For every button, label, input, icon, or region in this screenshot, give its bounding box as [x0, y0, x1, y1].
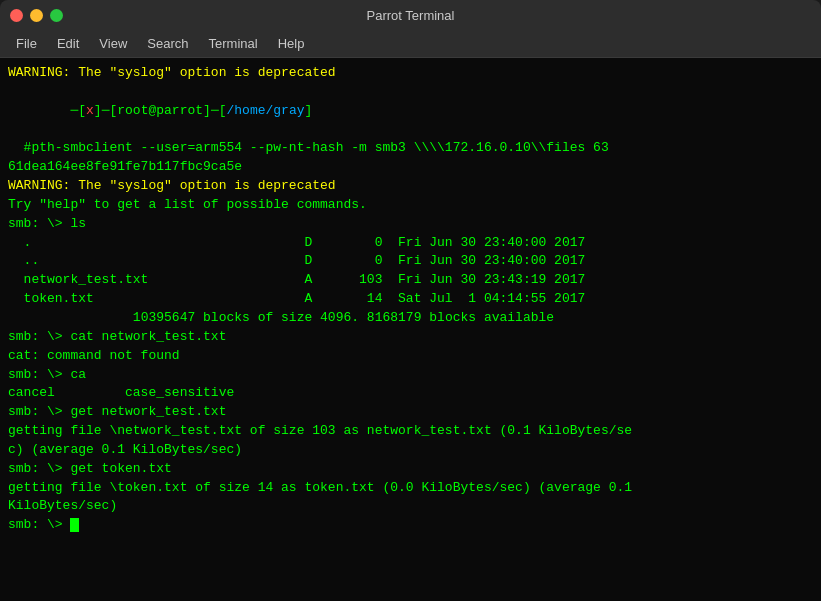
line-get-network-2: c) (average 0.1 KiloBytes/sec) — [8, 441, 813, 460]
line-get-token-cmd: smb: \> get token.txt — [8, 460, 813, 479]
line-help: Try "help" to get a list of possible com… — [8, 196, 813, 215]
menu-terminal[interactable]: Terminal — [201, 34, 266, 53]
terminal-body[interactable]: WARNING: The "syslog" option is deprecat… — [0, 58, 821, 601]
line-blocks: 10395647 blocks of size 4096. 8168179 bl… — [8, 309, 813, 328]
close-button[interactable] — [10, 9, 23, 22]
line-get-token-2: KiloBytes/sec) — [8, 497, 813, 516]
terminal-content: WARNING: The "syslog" option is deprecat… — [8, 64, 813, 535]
menu-bar: File Edit View Search Terminal Help — [0, 30, 821, 58]
menu-view[interactable]: View — [91, 34, 135, 53]
minimize-button[interactable] — [30, 9, 43, 22]
line-warning-1: WARNING: The "syslog" option is deprecat… — [8, 64, 813, 83]
window-title: Parrot Terminal — [367, 8, 455, 23]
line-prompt: ─[x]─[root@parrot]─[/home/gray] — [8, 83, 813, 140]
window-controls — [10, 9, 63, 22]
line-warning-2: WARNING: The "syslog" option is deprecat… — [8, 177, 813, 196]
line-get-network-1: getting file \network_test.txt of size 1… — [8, 422, 813, 441]
line-cmd-2: 61dea164ee8fe91fe7b117fbc9ca5e — [8, 158, 813, 177]
line-get-token-1: getting file \token.txt of size 14 as to… — [8, 479, 813, 498]
line-cat-cmd: smb: \> cat network_test.txt — [8, 328, 813, 347]
menu-search[interactable]: Search — [139, 34, 196, 53]
line-cmd-1: #pth-smbclient --user=arm554 --pw-nt-has… — [8, 139, 813, 158]
line-get-network-cmd: smb: \> get network_test.txt — [8, 403, 813, 422]
cursor — [70, 518, 79, 532]
menu-file[interactable]: File — [8, 34, 45, 53]
line-ls-cmd: smb: \> ls — [8, 215, 813, 234]
ls-entry-dot: . D 0 Fri Jun 30 23:40:00 2017 — [8, 234, 813, 253]
line-cat-error: cat: command not found — [8, 347, 813, 366]
menu-edit[interactable]: Edit — [49, 34, 87, 53]
line-ca-completions: cancel case_sensitive — [8, 384, 813, 403]
line-ca-cmd: smb: \> ca — [8, 366, 813, 385]
ls-entry-token: token.txt A 14 Sat Jul 1 04:14:55 2017 — [8, 290, 813, 309]
title-bar: Parrot Terminal — [0, 0, 821, 30]
ls-entry-network: network_test.txt A 103 Fri Jun 30 23:43:… — [8, 271, 813, 290]
terminal-window: Parrot Terminal File Edit View Search Te… — [0, 0, 821, 601]
ls-entry-dotdot: .. D 0 Fri Jun 30 23:40:00 2017 — [8, 252, 813, 271]
menu-help[interactable]: Help — [270, 34, 313, 53]
line-prompt-final: smb: \> — [8, 516, 813, 535]
maximize-button[interactable] — [50, 9, 63, 22]
